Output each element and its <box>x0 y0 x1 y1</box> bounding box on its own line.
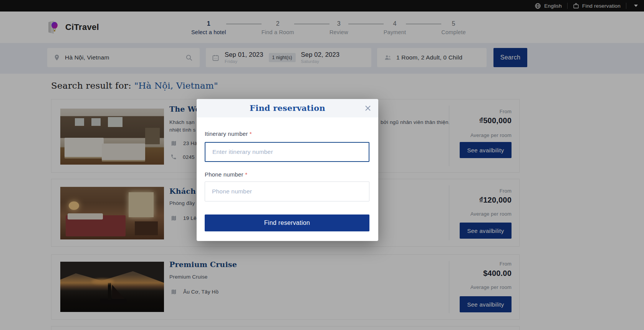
find-reservation-modal: Find reservation Itinerary number * Phon… <box>197 99 378 241</box>
close-icon[interactable] <box>364 104 372 112</box>
find-reservation-submit-button[interactable]: Find reservation <box>205 214 369 231</box>
phone-label-text: Phone number <box>205 171 243 178</box>
required-asterisk: * <box>245 171 247 178</box>
itinerary-label-text: Itinerary number <box>205 130 248 137</box>
page: English Find reservation <box>0 0 644 330</box>
phone-label: Phone number * <box>205 171 247 178</box>
modal-title: Find reservation <box>197 99 378 117</box>
itinerary-label: Itinerary number * <box>205 130 252 137</box>
required-asterisk: * <box>250 130 252 137</box>
phone-input[interactable] <box>205 182 369 201</box>
modal-header: Find reservation <box>197 99 378 117</box>
itinerary-input[interactable] <box>205 142 369 162</box>
